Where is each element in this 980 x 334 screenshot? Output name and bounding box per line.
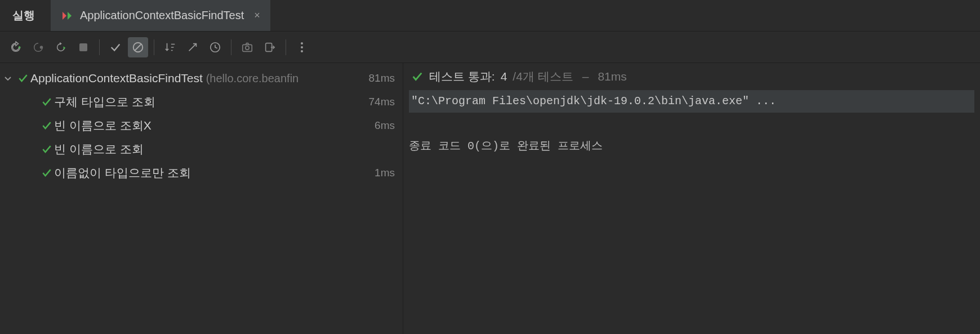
test-name: 구체 타입으로 조회 [54, 94, 155, 110]
body-split: ApplicationContextBasicFindTest (hello.c… [0, 63, 980, 334]
rerun-button[interactable] [6, 37, 26, 57]
export-button[interactable] [260, 37, 280, 57]
toolbar-separator [99, 39, 100, 55]
svg-point-8 [301, 42, 303, 44]
test-tree-pane: ApplicationContextBasicFindTest (hello.c… [0, 63, 403, 334]
more-button[interactable] [292, 37, 312, 57]
check-icon [39, 120, 54, 131]
test-class-package: (hello.core.beanfin [206, 72, 299, 84]
toolbar-separator [154, 39, 154, 55]
history-button[interactable] [205, 37, 225, 57]
test-name: 이름없이 타입으로만 조회 [54, 165, 191, 181]
test-tree-item[interactable]: 빈 이름으로 조회X 6ms [0, 114, 403, 137]
toolbar [0, 32, 980, 63]
test-duration: 1ms [375, 167, 395, 179]
check-icon [411, 70, 424, 83]
show-ignored-button[interactable] [128, 37, 148, 57]
test-tree-item[interactable]: 빈 이름으로 조회 [0, 137, 403, 161]
chevron-down-icon[interactable] [0, 74, 16, 83]
test-class-name-text: ApplicationContextBasicFindTest [30, 72, 203, 84]
console-output[interactable]: "C:\Program Files\openjdk\jdk-19.0.2\bin… [403, 90, 980, 334]
test-name: 빈 이름으로 조회 [54, 141, 144, 157]
run-config-tab[interactable]: ApplicationContextBasicFindTest × [51, 0, 271, 31]
test-summary-bar: 테스트 통과: 4 /4개 테스트 – 81ms [403, 63, 980, 90]
svg-point-6 [246, 46, 249, 49]
tab-title: ApplicationContextBasicFindTest [80, 9, 244, 22]
console-blank-line [409, 113, 974, 135]
tool-window-title: 실행 [0, 0, 51, 31]
test-class-name: ApplicationContextBasicFindTest (hello.c… [30, 72, 299, 85]
summary-dash: – [582, 70, 589, 83]
stop-button[interactable] [73, 37, 93, 57]
toolbar-separator [231, 39, 231, 55]
test-tree-root[interactable]: ApplicationContextBasicFindTest (hello.c… [0, 66, 403, 90]
rerun-debug-button[interactable] [28, 37, 48, 57]
summary-total-text: /4개 테스트 [513, 69, 573, 84]
svg-rect-1 [79, 43, 87, 51]
svg-line-3 [135, 44, 141, 50]
test-duration: 81ms [369, 72, 395, 84]
run-config-icon [61, 9, 74, 23]
test-duration: 74ms [369, 96, 395, 108]
test-duration: 6ms [375, 119, 395, 132]
expand-all-button[interactable] [182, 37, 203, 57]
test-name: 빈 이름으로 조회X [54, 118, 152, 133]
test-tree-item[interactable]: 이름없이 타입으로만 조회 1ms [0, 161, 403, 185]
svg-point-0 [40, 46, 43, 49]
header-tabs: 실행 ApplicationContextBasicFindTest × [0, 0, 980, 32]
check-icon [16, 73, 30, 84]
close-icon[interactable]: × [254, 10, 260, 21]
sort-button[interactable] [160, 37, 180, 57]
check-icon [39, 96, 54, 108]
rerun-failed-button[interactable] [51, 37, 71, 57]
tool-window-title-text: 실행 [12, 8, 35, 23]
summary-label: 테스트 통과: [429, 69, 495, 84]
show-passed-button[interactable] [105, 37, 126, 57]
check-icon [39, 167, 54, 179]
svg-point-10 [301, 50, 303, 52]
screenshot-button[interactable] [237, 37, 257, 57]
console-pane: 테스트 통과: 4 /4개 테스트 – 81ms "C:\Program Fil… [403, 63, 980, 334]
summary-passed-count: 4 [501, 70, 507, 83]
summary-time: 81ms [598, 70, 626, 83]
console-command-line: "C:\Program Files\openjdk\jdk-19.0.2\bin… [409, 90, 974, 113]
test-tree-item[interactable]: 구체 타입으로 조회 74ms [0, 90, 403, 114]
console-exit-line: 종료 코드 0(으)로 완료된 프로세스 [409, 135, 974, 158]
svg-point-9 [301, 46, 303, 48]
toolbar-separator [286, 39, 286, 55]
check-icon [39, 144, 54, 155]
